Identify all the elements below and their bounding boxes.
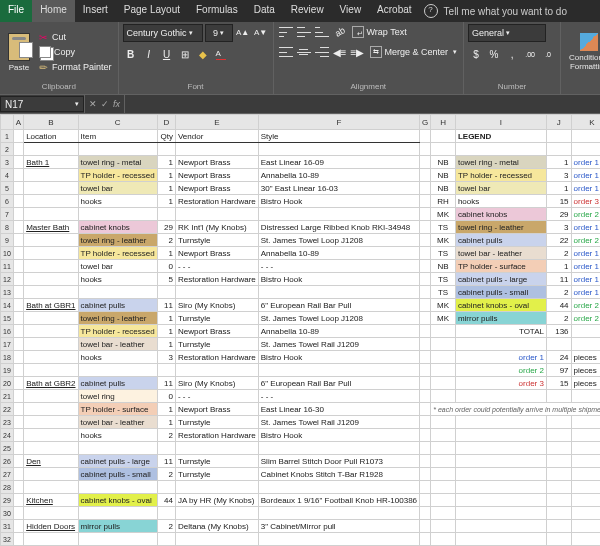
cell-D9[interactable]: 2 [157,234,175,247]
cell-D14[interactable]: 11 [157,299,175,312]
cell-G6[interactable] [420,195,431,208]
cell-D1[interactable]: Qty [157,130,175,143]
cell-G28[interactable] [420,481,431,494]
cell-G20[interactable] [420,377,431,390]
cell-F18[interactable]: Bistro Hook [258,351,419,364]
row-header-18[interactable]: 18 [1,351,14,364]
cell-A14[interactable] [13,299,23,312]
cell-K7[interactable]: order 2 [571,208,600,221]
cell-H7[interactable]: MK [431,208,456,221]
cell-C24[interactable]: hooks [78,429,157,442]
cell-H21[interactable] [431,390,456,403]
cell-A7[interactable] [13,208,23,221]
row-header-2[interactable]: 2 [1,143,14,156]
cell-B18[interactable] [24,351,78,364]
cell-C21[interactable]: towel ring [78,390,157,403]
cell-C1[interactable]: Item [78,130,157,143]
cell-G12[interactable] [420,273,431,286]
cell-E15[interactable]: Turnstyle [175,312,258,325]
paste-button[interactable]: Paste [4,31,34,74]
cell-G2[interactable] [420,143,431,156]
cell-I7[interactable]: cabinet knobs [455,208,546,221]
col-header-I[interactable]: I [455,115,546,130]
cell-I23[interactable] [455,416,546,429]
cell-H20[interactable] [431,377,456,390]
cell-C22[interactable]: TP holder - surface [78,403,157,416]
cell-C12[interactable]: hooks [78,273,157,286]
cell-J14[interactable]: 44 [546,299,571,312]
cell-E10[interactable]: Newport Brass [175,247,258,260]
cell-D6[interactable]: 1 [157,195,175,208]
cell-I13[interactable]: cabinet pulls - small [455,286,546,299]
cell-B22[interactable] [24,403,78,416]
align-right-button[interactable] [314,44,330,60]
tab-page-layout[interactable]: Page Layout [116,0,188,22]
cell-C27[interactable]: cabinet pulls - small [78,468,157,481]
cell-K9[interactable]: order 2 [571,234,600,247]
cell-K17[interactable] [571,338,600,351]
cell-A8[interactable] [13,221,23,234]
cell-A11[interactable] [13,260,23,273]
cell-C29[interactable]: cabinet knobs - oval [78,494,157,507]
cell-H23[interactable] [431,416,456,429]
col-header-B[interactable]: B [24,115,78,130]
cell-C18[interactable]: hooks [78,351,157,364]
cell-E20[interactable]: Siro (My Knobs) [175,377,258,390]
cell-G21[interactable] [420,390,431,403]
cell-F12[interactable]: Bistro Hook [258,273,419,286]
cell-J26[interactable] [546,455,571,468]
row-header-27[interactable]: 27 [1,468,14,481]
row-header-9[interactable]: 9 [1,234,14,247]
cell-B10[interactable] [24,247,78,260]
cell-A26[interactable] [13,455,23,468]
cell-K26[interactable] [571,455,600,468]
cell-C2[interactable] [78,143,157,156]
cell-J10[interactable]: 2 [546,247,571,260]
cell-K30[interactable] [571,507,600,520]
cell-G22[interactable] [420,403,431,416]
cell-A12[interactable] [13,273,23,286]
conditional-formatting-button[interactable]: Conditional Formatting [565,31,600,73]
row-header-21[interactable]: 21 [1,390,14,403]
cell-E5[interactable]: Newport Brass [175,182,258,195]
cell-I9[interactable]: cabinet pulls [455,234,546,247]
cell-D11[interactable]: 0 [157,260,175,273]
cell-H22[interactable]: * each order could potentially arrive in… [431,403,600,416]
cell-C5[interactable]: towel bar [78,182,157,195]
worksheet[interactable]: ABCDEFGHIJK1LocationItemQtyVendorStyleLE… [0,114,600,546]
cell-D12[interactable]: 5 [157,273,175,286]
cell-H19[interactable] [431,364,456,377]
cell-G1[interactable] [420,130,431,143]
cell-A27[interactable] [13,468,23,481]
cell-C20[interactable]: cabinet pulls [78,377,157,390]
cell-J23[interactable] [546,416,571,429]
cell-D4[interactable]: 1 [157,169,175,182]
cell-D7[interactable] [157,208,175,221]
cell-B1[interactable]: Location [24,130,78,143]
cell-A19[interactable] [13,364,23,377]
cell-J7[interactable]: 29 [546,208,571,221]
row-header-12[interactable]: 12 [1,273,14,286]
underline-button[interactable]: U [159,46,175,62]
orientation-button[interactable]: ab [329,21,351,43]
cell-K25[interactable] [571,442,600,455]
row-header-25[interactable]: 25 [1,442,14,455]
cell-E6[interactable]: Restoration Hardware [175,195,258,208]
cell-H10[interactable]: TS [431,247,456,260]
cell-E2[interactable] [175,143,258,156]
cell-I17[interactable] [455,338,546,351]
cell-K13[interactable]: order 1 [571,286,600,299]
cell-G17[interactable] [420,338,431,351]
cell-C19[interactable] [78,364,157,377]
cell-B28[interactable] [24,481,78,494]
cell-G15[interactable] [420,312,431,325]
cell-J13[interactable]: 2 [546,286,571,299]
cell-I19[interactable]: order 2 [455,364,546,377]
cell-G24[interactable] [420,429,431,442]
cell-E8[interactable]: RK Int'l (My Knobs) [175,221,258,234]
cell-I30[interactable] [455,507,546,520]
cell-F7[interactable] [258,208,419,221]
cell-D15[interactable]: 1 [157,312,175,325]
col-header-F[interactable]: F [258,115,419,130]
cell-F31[interactable]: 3" Cabinet/Mirror pull [258,520,419,533]
